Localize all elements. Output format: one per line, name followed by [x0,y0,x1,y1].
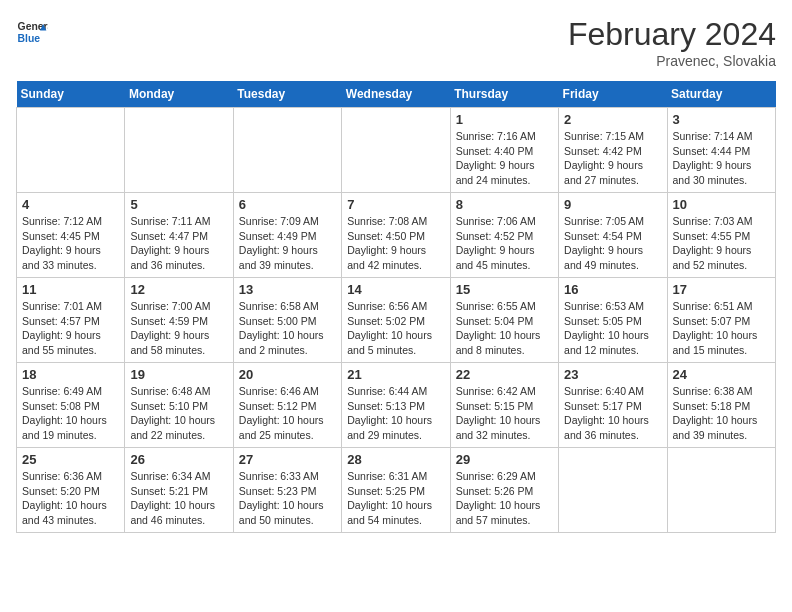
calendar-cell [17,108,125,193]
day-info: Sunrise: 7:03 AMSunset: 4:55 PMDaylight:… [673,214,770,273]
day-number: 10 [673,197,770,212]
calendar-cell: 8Sunrise: 7:06 AMSunset: 4:52 PMDaylight… [450,193,558,278]
day-info: Sunrise: 6:58 AMSunset: 5:00 PMDaylight:… [239,299,336,358]
calendar-cell: 17Sunrise: 6:51 AMSunset: 5:07 PMDayligh… [667,278,775,363]
calendar-cell: 18Sunrise: 6:49 AMSunset: 5:08 PMDayligh… [17,363,125,448]
calendar-cell: 19Sunrise: 6:48 AMSunset: 5:10 PMDayligh… [125,363,233,448]
day-info: Sunrise: 6:33 AMSunset: 5:23 PMDaylight:… [239,469,336,528]
day-number: 17 [673,282,770,297]
day-info: Sunrise: 6:48 AMSunset: 5:10 PMDaylight:… [130,384,227,443]
page-header: General Blue February 2024 Pravenec, Slo… [16,16,776,69]
title-block: February 2024 Pravenec, Slovakia [568,16,776,69]
day-number: 23 [564,367,661,382]
calendar-cell: 27Sunrise: 6:33 AMSunset: 5:23 PMDayligh… [233,448,341,533]
calendar-cell: 25Sunrise: 6:36 AMSunset: 5:20 PMDayligh… [17,448,125,533]
week-row-1: 1Sunrise: 7:16 AMSunset: 4:40 PMDaylight… [17,108,776,193]
day-number: 28 [347,452,444,467]
day-info: Sunrise: 6:38 AMSunset: 5:18 PMDaylight:… [673,384,770,443]
logo: General Blue [16,16,48,48]
day-info: Sunrise: 6:46 AMSunset: 5:12 PMDaylight:… [239,384,336,443]
day-info: Sunrise: 6:55 AMSunset: 5:04 PMDaylight:… [456,299,553,358]
logo-icon: General Blue [16,16,48,48]
calendar-cell [559,448,667,533]
day-info: Sunrise: 7:00 AMSunset: 4:59 PMDaylight:… [130,299,227,358]
day-number: 13 [239,282,336,297]
location: Pravenec, Slovakia [568,53,776,69]
calendar-cell: 16Sunrise: 6:53 AMSunset: 5:05 PMDayligh… [559,278,667,363]
day-info: Sunrise: 6:34 AMSunset: 5:21 PMDaylight:… [130,469,227,528]
day-number: 22 [456,367,553,382]
calendar-cell: 24Sunrise: 6:38 AMSunset: 5:18 PMDayligh… [667,363,775,448]
day-number: 9 [564,197,661,212]
day-info: Sunrise: 7:15 AMSunset: 4:42 PMDaylight:… [564,129,661,188]
week-row-5: 25Sunrise: 6:36 AMSunset: 5:20 PMDayligh… [17,448,776,533]
day-number: 5 [130,197,227,212]
day-number: 8 [456,197,553,212]
day-number: 15 [456,282,553,297]
weekday-header-wednesday: Wednesday [342,81,450,108]
day-info: Sunrise: 6:56 AMSunset: 5:02 PMDaylight:… [347,299,444,358]
day-number: 4 [22,197,119,212]
day-number: 29 [456,452,553,467]
calendar-cell: 10Sunrise: 7:03 AMSunset: 4:55 PMDayligh… [667,193,775,278]
day-info: Sunrise: 6:42 AMSunset: 5:15 PMDaylight:… [456,384,553,443]
weekday-header-tuesday: Tuesday [233,81,341,108]
day-info: Sunrise: 7:16 AMSunset: 4:40 PMDaylight:… [456,129,553,188]
calendar-cell: 15Sunrise: 6:55 AMSunset: 5:04 PMDayligh… [450,278,558,363]
day-number: 20 [239,367,336,382]
day-number: 21 [347,367,444,382]
day-number: 1 [456,112,553,127]
day-info: Sunrise: 6:51 AMSunset: 5:07 PMDaylight:… [673,299,770,358]
day-number: 16 [564,282,661,297]
day-number: 3 [673,112,770,127]
calendar-cell: 1Sunrise: 7:16 AMSunset: 4:40 PMDaylight… [450,108,558,193]
calendar-cell: 14Sunrise: 6:56 AMSunset: 5:02 PMDayligh… [342,278,450,363]
day-number: 26 [130,452,227,467]
calendar-table: SundayMondayTuesdayWednesdayThursdayFrid… [16,81,776,533]
calendar-cell [667,448,775,533]
day-info: Sunrise: 7:01 AMSunset: 4:57 PMDaylight:… [22,299,119,358]
month-title: February 2024 [568,16,776,53]
day-number: 6 [239,197,336,212]
day-info: Sunrise: 7:08 AMSunset: 4:50 PMDaylight:… [347,214,444,273]
calendar-cell: 21Sunrise: 6:44 AMSunset: 5:13 PMDayligh… [342,363,450,448]
day-info: Sunrise: 7:05 AMSunset: 4:54 PMDaylight:… [564,214,661,273]
weekday-header-sunday: Sunday [17,81,125,108]
weekday-header-friday: Friday [559,81,667,108]
calendar-cell: 5Sunrise: 7:11 AMSunset: 4:47 PMDaylight… [125,193,233,278]
week-row-3: 11Sunrise: 7:01 AMSunset: 4:57 PMDayligh… [17,278,776,363]
day-info: Sunrise: 7:12 AMSunset: 4:45 PMDaylight:… [22,214,119,273]
calendar-cell: 7Sunrise: 7:08 AMSunset: 4:50 PMDaylight… [342,193,450,278]
calendar-cell: 28Sunrise: 6:31 AMSunset: 5:25 PMDayligh… [342,448,450,533]
calendar-cell: 12Sunrise: 7:00 AMSunset: 4:59 PMDayligh… [125,278,233,363]
calendar-cell: 13Sunrise: 6:58 AMSunset: 5:00 PMDayligh… [233,278,341,363]
day-number: 18 [22,367,119,382]
day-info: Sunrise: 6:31 AMSunset: 5:25 PMDaylight:… [347,469,444,528]
calendar-cell [233,108,341,193]
day-number: 7 [347,197,444,212]
weekday-header-monday: Monday [125,81,233,108]
calendar-cell: 9Sunrise: 7:05 AMSunset: 4:54 PMDaylight… [559,193,667,278]
svg-text:Blue: Blue [18,33,41,44]
calendar-cell: 11Sunrise: 7:01 AMSunset: 4:57 PMDayligh… [17,278,125,363]
day-info: Sunrise: 7:06 AMSunset: 4:52 PMDaylight:… [456,214,553,273]
calendar-cell: 4Sunrise: 7:12 AMSunset: 4:45 PMDaylight… [17,193,125,278]
day-info: Sunrise: 6:36 AMSunset: 5:20 PMDaylight:… [22,469,119,528]
day-info: Sunrise: 6:53 AMSunset: 5:05 PMDaylight:… [564,299,661,358]
calendar-cell: 23Sunrise: 6:40 AMSunset: 5:17 PMDayligh… [559,363,667,448]
day-info: Sunrise: 6:44 AMSunset: 5:13 PMDaylight:… [347,384,444,443]
calendar-cell [125,108,233,193]
day-number: 24 [673,367,770,382]
day-info: Sunrise: 6:49 AMSunset: 5:08 PMDaylight:… [22,384,119,443]
day-number: 11 [22,282,119,297]
calendar-cell: 29Sunrise: 6:29 AMSunset: 5:26 PMDayligh… [450,448,558,533]
day-info: Sunrise: 6:29 AMSunset: 5:26 PMDaylight:… [456,469,553,528]
calendar-cell: 20Sunrise: 6:46 AMSunset: 5:12 PMDayligh… [233,363,341,448]
calendar-cell: 3Sunrise: 7:14 AMSunset: 4:44 PMDaylight… [667,108,775,193]
day-info: Sunrise: 6:40 AMSunset: 5:17 PMDaylight:… [564,384,661,443]
day-number: 25 [22,452,119,467]
weekday-header-thursday: Thursday [450,81,558,108]
day-number: 14 [347,282,444,297]
weekday-header-saturday: Saturday [667,81,775,108]
calendar-cell: 6Sunrise: 7:09 AMSunset: 4:49 PMDaylight… [233,193,341,278]
